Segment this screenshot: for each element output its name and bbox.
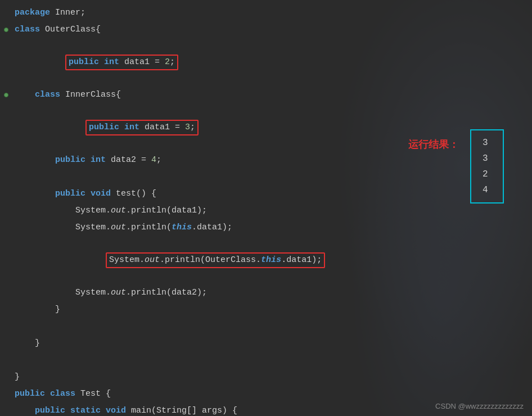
code-println-data2: System.out.println(data2); (12, 285, 532, 301)
line-test-method: public void test() { (0, 186, 532, 202)
result-value-2: 3 (483, 151, 492, 166)
code-blank3 (12, 352, 532, 368)
result-label: 运行结果： (408, 138, 459, 151)
code-container: package Inner; class OuterClass{ public … (0, 0, 532, 416)
line-close-inner: } (0, 335, 532, 352)
code-println-outer-data1: System.out.println(OuterClass.this.data1… (12, 237, 532, 284)
code-data1-outer: public int data1 = 2; (12, 39, 532, 86)
code-inner-class: class InnerClass{ (12, 87, 532, 103)
line-blank3 (0, 352, 532, 369)
line-println-this-data1: System.out.println(this.data1); (0, 219, 532, 236)
watermark: CSDN @wwzzzzzzzzzzzzz (435, 402, 524, 410)
line-test-class: public class Test { (0, 386, 532, 403)
gutter-inner-class (0, 93, 12, 97)
gutter-outer-class (0, 28, 12, 32)
code-println-data1: System.out.println(data1); (12, 203, 532, 219)
redbox-data1-outer: public int data1 = 2; (65, 55, 178, 70)
code-blank1 (12, 169, 532, 185)
dot-inner-class (4, 93, 8, 97)
line-blank2 (0, 318, 532, 335)
line-close-test: } (0, 301, 532, 318)
code-close-inner: } (12, 336, 532, 351)
line-outer-class: class OuterClass{ (0, 21, 532, 38)
result-panel: 3 3 2 4 (470, 129, 504, 204)
line-println-outer-data1: System.out.println(OuterClass.this.data1… (0, 236, 532, 284)
code-data2: public int data2 = 4; (12, 152, 532, 168)
code-println-this-data1: System.out.println(this.data1); (12, 220, 532, 236)
line-package: package Inner; (0, 4, 532, 21)
line-inner-class: class InnerClass{ (0, 87, 532, 103)
code-close-test: } (12, 302, 532, 318)
result-value-4: 4 (483, 182, 492, 198)
line-data2: public int data2 = 4; (0, 152, 532, 169)
code-outer-class: class OuterClass{ (12, 22, 532, 38)
result-value-3: 2 (483, 166, 492, 182)
code-blank2 (12, 319, 532, 334)
code-package: package Inner; (12, 5, 532, 21)
redbox-outer-this: System.out.println(OuterClass.this.data1… (106, 252, 325, 268)
line-println-data1: System.out.println(data1); (0, 202, 532, 219)
dot-outer-class (4, 28, 8, 32)
code-test-class: public class Test { (12, 386, 532, 402)
line-println-data2: System.out.println(data2); (0, 284, 532, 301)
result-box: 3 3 2 4 (470, 129, 504, 204)
code-test-method: public void test() { (12, 186, 532, 202)
line-blank1 (0, 169, 532, 186)
line-data1-outer: public int data1 = 2; (0, 38, 532, 87)
redbox-data1-inner: public int data1 = 3; (85, 120, 199, 135)
result-value-1: 3 (483, 135, 492, 151)
line-close-outer: } (0, 369, 532, 386)
code-close-outer: } (12, 369, 532, 385)
